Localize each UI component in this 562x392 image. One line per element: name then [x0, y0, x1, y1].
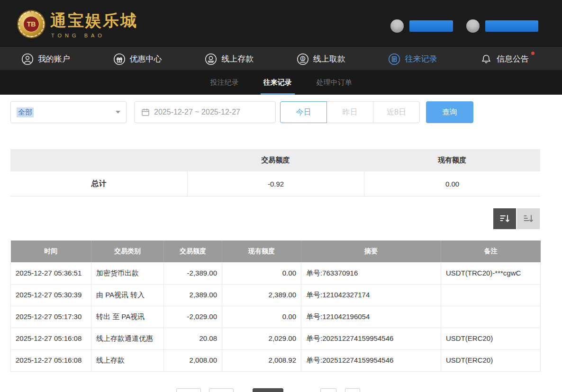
quick-range-group: 今日 昨日 近8日 — [280, 101, 420, 123]
cell-time: 2025-12-27 05:16:08 — [11, 328, 91, 349]
chevron-down-icon — [116, 111, 120, 114]
cell-type: 转出 至 PA视讯 — [91, 306, 164, 328]
deposit-icon — [205, 53, 217, 65]
sort-ascending-button[interactable] — [517, 208, 540, 229]
brand-logo[interactable]: TB 通宝娱乐城 TONG BAO — [18, 10, 138, 38]
nav-item-promotions[interactable]: 优惠中心 — [113, 53, 162, 65]
nav-label: 线上取款 — [313, 53, 345, 64]
records-icon — [388, 53, 400, 65]
cell-time: 2025-12-27 05:36:51 — [11, 262, 91, 284]
cell-time: 2025-12-27 05:17:30 — [11, 306, 91, 328]
pagination-current-page[interactable] — [253, 388, 283, 392]
nav-label: 往来记录 — [405, 53, 437, 64]
header-amount: 交易额度 — [164, 241, 222, 262]
cell-amount: 20.08 — [164, 328, 222, 349]
brand-chip-label: TB — [23, 16, 39, 32]
date-range-input[interactable]: 2025-12-27 ~ 2025-12-27 — [134, 101, 276, 123]
sort-controls — [0, 208, 540, 229]
header-summary: 摘要 — [301, 241, 441, 262]
range-yesterday-button[interactable]: 昨日 — [326, 101, 373, 123]
table-row: 2025-12-27 05:17:30 转出 至 PA视讯 -2,029.00 … — [11, 306, 541, 328]
brand-logo-text: 通宝娱乐城 TONG BAO — [50, 10, 138, 38]
records-table: 时间 交易类别 交易额度 现有额度 摘要 备注 2025-12-27 05:36… — [10, 241, 541, 372]
cell-type: 线上存款 — [91, 349, 164, 371]
cell-balance: 2,389.00 — [222, 284, 301, 306]
brand-name-cn: 通宝娱乐城 — [50, 10, 138, 32]
cell-remark: USDT(ERC20) — [441, 349, 541, 371]
summary-balance-value: 0.00 — [364, 171, 540, 196]
cell-summary: 单号:763370916 — [301, 262, 441, 284]
summary-header-transaction: 交易额度 — [187, 149, 364, 171]
nav-item-records[interactable]: 往来记录 — [388, 53, 437, 65]
cell-amount: -2,389.00 — [164, 262, 222, 284]
tab-bet-records[interactable]: 投注纪录 — [209, 70, 240, 95]
bell-icon — [480, 53, 492, 65]
sort-descending-button[interactable] — [493, 208, 516, 229]
filter-bar: 全部 2025-12-27 ~ 2025-12-27 今日 昨日 近8日 查询 — [10, 101, 562, 123]
svg-text:$: $ — [302, 56, 304, 61]
range-today-button[interactable]: 今日 — [280, 101, 327, 123]
notification-dot — [531, 52, 535, 55]
pagination-button[interactable] — [320, 388, 336, 392]
coin-icon — [390, 19, 404, 33]
summary-total-label: 总计 — [10, 171, 187, 196]
user-info-area — [390, 19, 538, 33]
brand-name-en: TONG BAO — [50, 33, 138, 38]
cell-amount: -2,029.00 — [164, 306, 222, 328]
table-row: 2025-12-27 05:30:39 由 PA视讯 转入 2,389.00 2… — [11, 284, 541, 306]
user-icon — [21, 53, 34, 65]
nav-item-my-account[interactable]: 我的账户 — [21, 53, 70, 65]
cell-time: 2025-12-27 05:30:39 — [11, 284, 91, 306]
header-time: 时间 — [11, 241, 91, 262]
cell-remark — [441, 306, 541, 328]
table-header-row: 时间 交易类别 交易额度 现有额度 摘要 备注 — [11, 241, 541, 262]
main-navigation: 我的账户 优惠中心 线上存款 $ 线上取款 往来记录 — [0, 47, 562, 70]
cell-summary: 单号:202512274159954546 — [301, 328, 441, 349]
sub-navigation: 投注纪录 往来记录 处理中订单 — [0, 70, 562, 95]
user-account-group — [466, 19, 538, 33]
cell-balance: 0.00 — [222, 306, 301, 328]
withdraw-icon: $ — [297, 53, 309, 65]
top-header: TB 通宝娱乐城 TONG BAO — [0, 0, 562, 47]
range-last8days-button[interactable]: 近8日 — [373, 101, 420, 123]
cell-summary: 单号:121042327174 — [301, 284, 441, 306]
type-filter-select[interactable]: 全部 — [10, 101, 127, 123]
header-type: 交易类别 — [91, 241, 164, 262]
summary-header-row: 交易额度 现有额度 — [10, 149, 540, 171]
tab-label: 往来记录 — [263, 78, 292, 87]
cell-amount: 2,008.00 — [164, 349, 222, 371]
header-remark: 备注 — [441, 241, 541, 262]
calendar-icon — [141, 108, 150, 116]
avatar — [466, 19, 480, 33]
date-range-value: 2025-12-27 ~ 2025-12-27 — [154, 108, 240, 116]
redacted-balance — [409, 20, 453, 32]
cell-amount: 2,389.00 — [164, 284, 222, 306]
summary-header-balance: 现有额度 — [364, 149, 540, 171]
nav-item-announcements[interactable]: 信息公告 — [480, 53, 529, 65]
summary-transaction-value: -0.92 — [187, 171, 364, 196]
summary-total-row: 总计 -0.92 0.00 — [10, 171, 540, 196]
cell-balance: 2,008.92 — [222, 349, 301, 371]
pagination-button[interactable] — [345, 388, 360, 392]
user-balance-group — [390, 19, 453, 33]
cell-remark: USDT(TRC20)-***cgwC — [441, 262, 541, 284]
table-row: 2025-12-27 05:36:51 加密货币出款 -2,389.00 0.0… — [11, 262, 541, 284]
nav-item-deposit[interactable]: 线上存款 — [205, 53, 254, 65]
search-button[interactable]: 查询 — [426, 101, 473, 123]
cell-summary: 单号:202512274159954546 — [301, 349, 441, 371]
gift-icon — [113, 53, 126, 65]
nav-label: 优惠中心 — [130, 53, 162, 64]
nav-item-withdraw[interactable]: $ 线上取款 — [297, 53, 345, 65]
table-row: 2025-12-27 05:16:08 线上存款通道优惠 20.08 2,029… — [11, 328, 541, 349]
cell-type: 加密货币出款 — [91, 262, 164, 284]
tab-pending-orders[interactable]: 处理中订单 — [316, 70, 353, 95]
tab-label: 投注纪录 — [210, 78, 239, 87]
tab-transaction-records[interactable]: 往来记录 — [263, 70, 293, 95]
nav-label: 我的账户 — [38, 53, 70, 64]
header-balance: 现有额度 — [222, 241, 301, 262]
nav-label: 信息公告 — [497, 53, 529, 64]
tab-label: 处理中订单 — [317, 78, 352, 87]
cell-remark — [441, 284, 541, 306]
pagination-button[interactable] — [176, 388, 201, 392]
pagination-button[interactable] — [209, 388, 234, 392]
